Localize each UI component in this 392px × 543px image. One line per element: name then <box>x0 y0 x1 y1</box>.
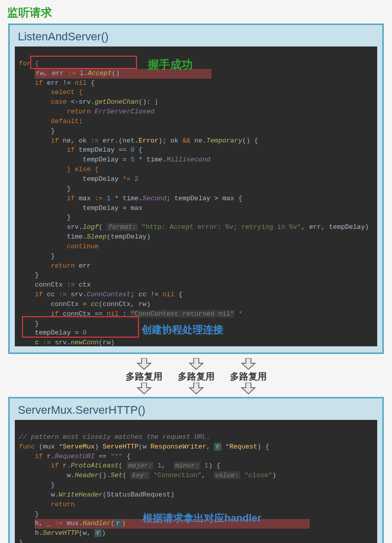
code-token: Temporary <box>206 137 242 145</box>
code-token: *= <box>123 175 131 183</box>
arrow-col: 多路复用 <box>178 358 215 395</box>
code-token: ProtoAtLeast <box>71 462 119 469</box>
code-token: Handler <box>83 520 111 527</box>
code-token: * <box>221 443 229 451</box>
code-token: ) <box>102 529 106 537</box>
code-token: (mux * <box>35 443 63 451</box>
code-token: 2 <box>130 175 139 183</box>
code-token: WriteHeader <box>59 491 103 499</box>
code-token: ( <box>99 223 107 231</box>
code-token: ( <box>119 462 127 469</box>
code-token: rw, err <box>36 69 67 77</box>
mux-label: 多路复用 <box>230 370 267 383</box>
code-token: { <box>87 79 95 87</box>
code-token: w. <box>67 471 75 479</box>
code-token: 1 <box>200 462 209 469</box>
code-token: Set <box>110 471 122 479</box>
code-token: : <box>79 117 83 125</box>
code-token: ctx <box>75 281 90 289</box>
code-token: Accept <box>88 69 112 77</box>
code-token: } <box>51 252 55 260</box>
code-token: "Connection" <box>150 471 201 479</box>
code-token: (w <box>139 443 150 451</box>
code-token: } <box>51 481 55 489</box>
code-token: srv. <box>51 339 71 346</box>
code-token: ServeHTTP <box>103 443 139 451</box>
code-token: ; cc != <box>131 291 163 298</box>
code-token: srv. <box>67 291 87 298</box>
code-token: ErrServerClosed <box>90 108 154 115</box>
code-token: value: <box>214 471 241 479</box>
down-arrow-icon <box>136 383 152 395</box>
code-token: w. <box>51 491 59 499</box>
code-token: return <box>51 501 75 508</box>
code-token: { <box>134 146 143 154</box>
code-token <box>103 195 107 202</box>
code-token: tempDelay = max <box>83 204 143 212</box>
code-token: (): | <box>139 98 158 106</box>
code-token: key: <box>130 471 149 479</box>
code-token: srv. <box>67 223 83 231</box>
code-token: (tempDelay) <box>107 233 151 241</box>
code-token: "ConnContext returned nil" <box>130 310 234 318</box>
code-token: Second <box>143 195 167 202</box>
code-token: if <box>35 79 43 87</box>
code-token: 1 <box>153 462 162 469</box>
code-token: ServeMux <box>63 443 95 451</box>
overlay-goroutine-label: 创建协程处理连接 <box>142 322 223 337</box>
code-token: ) <box>95 443 103 451</box>
code-token: ConnContext <box>87 291 131 298</box>
code-token: l. <box>76 69 87 77</box>
code-token: (). <box>99 471 110 479</box>
code-token: Header <box>75 471 99 479</box>
code-token: ) { <box>257 443 269 451</box>
code-token: * time. <box>134 156 166 163</box>
code-token: nil <box>107 310 119 318</box>
code-token: tempDelay = <box>83 156 131 163</box>
code-token: , <box>162 462 173 469</box>
code-token: if <box>35 453 43 460</box>
code-token: Request <box>229 443 258 451</box>
code-token: { <box>174 291 182 298</box>
code-token: Error <box>139 137 158 145</box>
code-token: connCtx = <box>51 300 90 308</box>
code-token: , <box>201 471 213 479</box>
code-token: ne, ok <box>59 137 90 145</box>
code-token: nil <box>75 79 86 87</box>
code-token: if <box>51 137 59 145</box>
arrow-col: 多路复用 <box>126 358 163 395</box>
code-token: tempDelay = <box>35 329 83 337</box>
code-token: ServeHTTP <box>43 529 79 537</box>
panel-listen-and-serve: ListenAndServer() for { rw, err := l.Acc… <box>8 23 384 354</box>
code-token: RequestURI <box>55 453 95 460</box>
code-token: ne. <box>191 137 206 145</box>
code-token: connCtx == <box>59 310 107 318</box>
code-token: case <box>51 98 66 106</box>
code-token: := <box>95 195 103 202</box>
down-arrow-icon <box>136 358 152 370</box>
code-token: if <box>51 310 59 318</box>
code-token: } <box>35 271 39 279</box>
code-token: default <box>51 117 79 125</box>
code-token: { <box>123 453 131 460</box>
code-token: "close" <box>240 471 272 479</box>
code-token: r <box>214 443 221 451</box>
code-block-1: for { rw, err := l.Accept() if err != ni… <box>15 46 377 346</box>
code-token: // pattern most closely matches the requ… <box>19 433 210 441</box>
code-token: func <box>19 443 35 451</box>
code-token: () { <box>242 137 258 145</box>
code-token: cc <box>90 300 99 308</box>
code-token: format: <box>107 223 138 231</box>
down-arrow-icon <box>189 358 204 370</box>
code-token: h. <box>35 529 43 537</box>
code-token: err.(net. <box>99 137 139 145</box>
code-token: if <box>67 195 75 202</box>
code-token: connCtx <box>35 281 66 289</box>
code-token: <-srv. <box>67 98 95 106</box>
panel2-title: ServerMux.ServerHTTP() <box>18 404 377 417</box>
code-token: if <box>35 291 43 298</box>
code-token: minor: <box>174 462 201 469</box>
code-token: := <box>90 137 99 145</box>
code-token: } <box>19 539 23 543</box>
code-token: := <box>68 69 76 77</box>
